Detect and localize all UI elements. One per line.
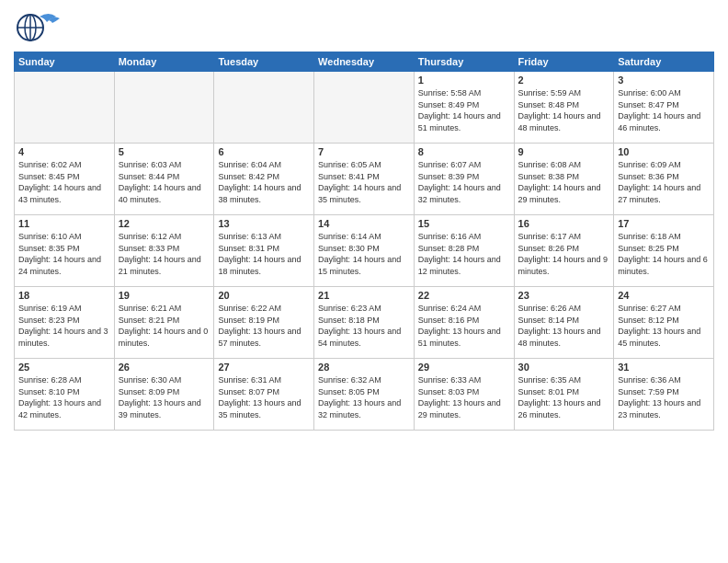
calendar-cell: [114, 72, 214, 144]
cell-info: Sunrise: 6:31 AM Sunset: 8:07 PM Dayligh…: [218, 374, 310, 420]
day-number: 16: [518, 218, 610, 229]
header: [14, 9, 714, 46]
calendar-cell: 10 Sunrise: 6:09 AM Sunset: 8:36 PM Dayl…: [614, 144, 714, 215]
calendar-cell: 8 Sunrise: 6:07 AM Sunset: 8:39 PM Dayli…: [414, 144, 514, 215]
day-number: 23: [518, 290, 610, 301]
day-header: Sunday: [15, 52, 115, 72]
day-header: Monday: [114, 52, 214, 72]
cell-info: Sunrise: 6:07 AM Sunset: 8:39 PM Dayligh…: [418, 159, 510, 205]
cell-info: Sunrise: 6:36 AM Sunset: 7:59 PM Dayligh…: [618, 374, 710, 420]
cell-info: Sunrise: 6:05 AM Sunset: 8:41 PM Dayligh…: [318, 159, 410, 205]
calendar-cell: 3 Sunrise: 6:00 AM Sunset: 8:47 PM Dayli…: [614, 72, 714, 144]
day-number: 30: [518, 362, 610, 373]
day-number: 2: [518, 75, 610, 86]
cell-info: Sunrise: 6:19 AM Sunset: 8:23 PM Dayligh…: [18, 303, 110, 349]
day-number: 1: [418, 75, 510, 86]
cell-info: Sunrise: 6:21 AM Sunset: 8:21 PM Dayligh…: [119, 303, 210, 349]
calendar-cell: 5 Sunrise: 6:03 AM Sunset: 8:44 PM Dayli…: [114, 144, 214, 215]
calendar-cell: 11 Sunrise: 6:10 AM Sunset: 8:35 PM Dayl…: [15, 215, 115, 287]
logo: [14, 9, 62, 46]
cell-info: Sunrise: 6:35 AM Sunset: 8:01 PM Dayligh…: [518, 374, 610, 420]
cell-info: Sunrise: 6:09 AM Sunset: 8:36 PM Dayligh…: [618, 159, 710, 205]
cell-info: Sunrise: 6:27 AM Sunset: 8:12 PM Dayligh…: [618, 303, 710, 349]
calendar-cell: 26 Sunrise: 6:30 AM Sunset: 8:09 PM Dayl…: [114, 359, 214, 431]
day-header: Tuesday: [214, 52, 314, 72]
calendar-cell: 29 Sunrise: 6:33 AM Sunset: 8:03 PM Dayl…: [414, 359, 514, 431]
day-number: 3: [618, 75, 710, 86]
day-header: Friday: [514, 52, 614, 72]
day-number: 18: [18, 290, 110, 301]
calendar-cell: [314, 72, 415, 144]
calendar-cell: 21 Sunrise: 6:23 AM Sunset: 8:18 PM Dayl…: [314, 287, 415, 359]
cell-info: Sunrise: 6:02 AM Sunset: 8:45 PM Dayligh…: [18, 159, 110, 205]
day-number: 27: [218, 362, 310, 373]
day-number: 8: [418, 146, 510, 157]
calendar-cell: 13 Sunrise: 6:13 AM Sunset: 8:31 PM Dayl…: [214, 215, 314, 287]
day-number: 17: [618, 218, 710, 229]
cell-info: Sunrise: 6:14 AM Sunset: 8:30 PM Dayligh…: [318, 231, 410, 277]
day-number: 20: [218, 290, 310, 301]
day-number: 31: [618, 362, 710, 373]
cell-info: Sunrise: 6:10 AM Sunset: 8:35 PM Dayligh…: [18, 231, 110, 277]
cell-info: Sunrise: 6:12 AM Sunset: 8:33 PM Dayligh…: [119, 231, 210, 277]
cell-info: Sunrise: 6:30 AM Sunset: 8:09 PM Dayligh…: [119, 374, 210, 420]
calendar-cell: 2 Sunrise: 5:59 AM Sunset: 8:48 PM Dayli…: [514, 72, 614, 144]
main-container: SundayMondayTuesdayWednesdayThursdayFrid…: [0, 0, 728, 563]
calendar-cell: 17 Sunrise: 6:18 AM Sunset: 8:25 PM Dayl…: [614, 215, 714, 287]
day-number: 19: [119, 290, 210, 301]
calendar-cell: 22 Sunrise: 6:24 AM Sunset: 8:16 PM Dayl…: [414, 287, 514, 359]
calendar-header-row: SundayMondayTuesdayWednesdayThursdayFrid…: [15, 52, 714, 72]
day-number: 5: [119, 146, 210, 157]
day-number: 14: [318, 218, 410, 229]
cell-info: Sunrise: 6:18 AM Sunset: 8:25 PM Dayligh…: [618, 231, 710, 277]
day-number: 12: [119, 218, 210, 229]
cell-info: Sunrise: 6:28 AM Sunset: 8:10 PM Dayligh…: [18, 374, 110, 420]
day-number: 29: [418, 362, 510, 373]
cell-info: Sunrise: 6:33 AM Sunset: 8:03 PM Dayligh…: [418, 374, 510, 420]
cell-info: Sunrise: 6:13 AM Sunset: 8:31 PM Dayligh…: [218, 231, 310, 277]
calendar-table: SundayMondayTuesdayWednesdayThursdayFrid…: [14, 52, 714, 431]
day-number: 13: [218, 218, 310, 229]
calendar-week-row: 4 Sunrise: 6:02 AM Sunset: 8:45 PM Dayli…: [15, 144, 714, 215]
day-number: 24: [618, 290, 710, 301]
calendar-cell: 9 Sunrise: 6:08 AM Sunset: 8:38 PM Dayli…: [514, 144, 614, 215]
calendar-cell: 23 Sunrise: 6:26 AM Sunset: 8:14 PM Dayl…: [514, 287, 614, 359]
cell-info: Sunrise: 6:08 AM Sunset: 8:38 PM Dayligh…: [518, 159, 610, 205]
day-header: Wednesday: [314, 52, 415, 72]
calendar-cell: [214, 72, 314, 144]
calendar-cell: 15 Sunrise: 6:16 AM Sunset: 8:28 PM Dayl…: [414, 215, 514, 287]
cell-info: Sunrise: 6:17 AM Sunset: 8:26 PM Dayligh…: [518, 231, 610, 277]
cell-info: Sunrise: 6:32 AM Sunset: 8:05 PM Dayligh…: [318, 374, 410, 420]
calendar-cell: 27 Sunrise: 6:31 AM Sunset: 8:07 PM Dayl…: [214, 359, 314, 431]
cell-info: Sunrise: 6:26 AM Sunset: 8:14 PM Dayligh…: [518, 303, 610, 349]
calendar-cell: 7 Sunrise: 6:05 AM Sunset: 8:41 PM Dayli…: [314, 144, 415, 215]
calendar-cell: 24 Sunrise: 6:27 AM Sunset: 8:12 PM Dayl…: [614, 287, 714, 359]
calendar-cell: 20 Sunrise: 6:22 AM Sunset: 8:19 PM Dayl…: [214, 287, 314, 359]
calendar-cell: 16 Sunrise: 6:17 AM Sunset: 8:26 PM Dayl…: [514, 215, 614, 287]
day-number: 4: [18, 146, 110, 157]
cell-info: Sunrise: 5:59 AM Sunset: 8:48 PM Dayligh…: [518, 87, 610, 133]
cell-info: Sunrise: 6:04 AM Sunset: 8:42 PM Dayligh…: [218, 159, 310, 205]
cell-info: Sunrise: 5:58 AM Sunset: 8:49 PM Dayligh…: [418, 87, 510, 133]
day-number: 10: [618, 146, 710, 157]
day-number: 22: [418, 290, 510, 301]
day-number: 26: [119, 362, 210, 373]
calendar-cell: 6 Sunrise: 6:04 AM Sunset: 8:42 PM Dayli…: [214, 144, 314, 215]
calendar-body: 1 Sunrise: 5:58 AM Sunset: 8:49 PM Dayli…: [15, 72, 714, 431]
day-number: 15: [418, 218, 510, 229]
calendar-cell: 25 Sunrise: 6:28 AM Sunset: 8:10 PM Dayl…: [15, 359, 115, 431]
calendar-week-row: 1 Sunrise: 5:58 AM Sunset: 8:49 PM Dayli…: [15, 72, 714, 144]
calendar-cell: 18 Sunrise: 6:19 AM Sunset: 8:23 PM Dayl…: [15, 287, 115, 359]
day-number: 25: [18, 362, 110, 373]
calendar-cell: 28 Sunrise: 6:32 AM Sunset: 8:05 PM Dayl…: [314, 359, 415, 431]
day-number: 7: [318, 146, 410, 157]
calendar-cell: 1 Sunrise: 5:58 AM Sunset: 8:49 PM Dayli…: [414, 72, 514, 144]
calendar-cell: [15, 72, 115, 144]
cell-info: Sunrise: 6:22 AM Sunset: 8:19 PM Dayligh…: [218, 303, 310, 349]
day-number: 6: [218, 146, 310, 157]
day-header: Saturday: [614, 52, 714, 72]
day-number: 28: [318, 362, 410, 373]
cell-info: Sunrise: 6:00 AM Sunset: 8:47 PM Dayligh…: [618, 87, 710, 133]
day-number: 11: [18, 218, 110, 229]
calendar-week-row: 11 Sunrise: 6:10 AM Sunset: 8:35 PM Dayl…: [15, 215, 714, 287]
